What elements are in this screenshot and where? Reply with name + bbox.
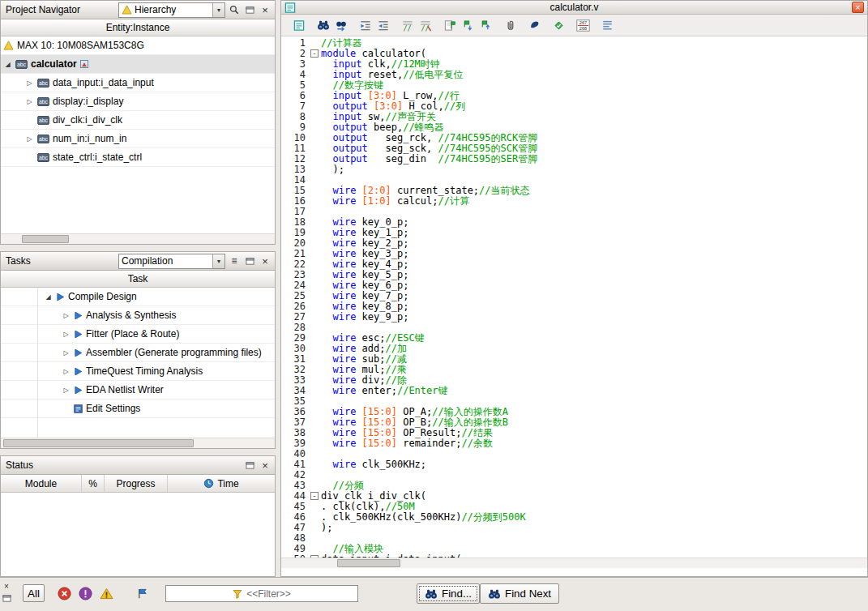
entity-row[interactable]: abcdiv_clk:i_div_clk bbox=[1, 111, 275, 130]
code-line[interactable]: 12 output seg_din //74HC595的SER管脚 bbox=[281, 154, 867, 164]
find-button[interactable]: Find... bbox=[417, 583, 480, 604]
fold-margin bbox=[309, 375, 321, 386]
code-line[interactable]: 27 wire key_9_p; bbox=[281, 312, 867, 323]
expand-arrow-icon[interactable]: ▷ bbox=[25, 98, 34, 105]
code-area[interactable]: 1//计算器2-module calculator(3 input clk,//… bbox=[281, 37, 867, 558]
float-panel-icon[interactable] bbox=[243, 459, 256, 472]
expand-arrow-icon[interactable]: ▷ bbox=[62, 312, 71, 319]
hierarchy-dropdown[interactable]: Hierarchy ▾ bbox=[118, 2, 225, 18]
fold-toggle-icon[interactable]: - bbox=[309, 49, 321, 59]
collapse-arrow-icon[interactable]: ◢ bbox=[3, 61, 12, 68]
entity-row[interactable]: ▷abcdata_input:i_data_input bbox=[1, 74, 275, 92]
previous-bookmark-icon[interactable] bbox=[477, 17, 494, 34]
close-panel-icon[interactable]: × bbox=[259, 3, 272, 16]
message-filter-input[interactable]: <<Filter>> bbox=[165, 585, 358, 602]
task-row[interactable]: ▷EDA Netlist Writer bbox=[1, 381, 275, 400]
hdl-template-icon[interactable] bbox=[291, 17, 307, 34]
line-count-icon[interactable]: 267268 bbox=[575, 17, 591, 34]
chevron-down-icon[interactable]: ▾ bbox=[212, 254, 224, 268]
editor-hscrollbar-thumb[interactable] bbox=[337, 559, 400, 567]
expand-arrow-icon[interactable]: ▷ bbox=[25, 135, 34, 143]
increase-indent-icon[interactable] bbox=[357, 17, 374, 34]
find-next-button[interactable]: Find Next bbox=[480, 583, 559, 604]
code-line[interactable]: 16 wire [1:0] calcul;//计算 bbox=[281, 196, 867, 207]
task-row[interactable]: ▷TimeQuest Timing Analysis bbox=[1, 362, 275, 381]
splitter-tasks-status[interactable] bbox=[0, 449, 276, 455]
task-row[interactable]: Edit Settings bbox=[1, 400, 275, 418]
code-comment: //列 bbox=[444, 100, 465, 112]
flow-dropdown[interactable]: Compilation ▾ bbox=[118, 254, 225, 269]
info-filter-icon[interactable] bbox=[135, 586, 150, 601]
code-line[interactable]: 39 wire [15:0] remainder;//余数 bbox=[281, 438, 867, 449]
all-messages-button[interactable]: All bbox=[23, 584, 45, 602]
entity-instance-column-header[interactable]: Entity:Instance bbox=[1, 19, 275, 36]
entity-row[interactable]: ◢abccalculator bbox=[1, 55, 275, 74]
editor-hscrollbar[interactable] bbox=[281, 558, 867, 568]
code-line-text: wire enter;//Enter键 bbox=[321, 386, 448, 396]
task-row-label: Edit Settings bbox=[86, 403, 140, 414]
close-panel-icon[interactable]: × bbox=[259, 459, 272, 472]
expand-arrow-icon[interactable]: ▷ bbox=[62, 387, 71, 394]
entity-row[interactable]: abcstate_ctrl:i_state_ctrl bbox=[1, 148, 275, 167]
attach-file-icon[interactable] bbox=[502, 17, 518, 34]
close-panel-icon[interactable]: × bbox=[2, 581, 11, 591]
search-icon[interactable] bbox=[228, 3, 241, 16]
find-icon[interactable] bbox=[315, 17, 331, 34]
expand-arrow-icon[interactable]: ▷ bbox=[62, 349, 71, 357]
code-line[interactable]: 41 wire clk_500KHz; bbox=[281, 459, 867, 470]
critical-warning-filter-icon[interactable] bbox=[78, 586, 93, 601]
expand-arrow-icon[interactable]: ▷ bbox=[62, 368, 71, 375]
code-line[interactable]: 34 wire enter;//Enter键 bbox=[281, 386, 867, 396]
find-next-icon[interactable] bbox=[333, 17, 349, 34]
close-document-button[interactable]: × bbox=[852, 2, 864, 13]
warning-filter-icon[interactable] bbox=[99, 586, 114, 601]
task-column-header[interactable]: Task bbox=[1, 271, 275, 288]
decrease-indent-icon[interactable] bbox=[375, 17, 391, 34]
float-panel-icon[interactable] bbox=[243, 3, 256, 16]
code-line[interactable]: 46. clk_500KHz(clk_500KHz)//分频到500K bbox=[281, 512, 867, 523]
expand-arrow-icon[interactable]: ▷ bbox=[25, 79, 34, 87]
tasks-hscrollbar[interactable] bbox=[1, 438, 275, 448]
splitter-pn-tasks[interactable] bbox=[0, 245, 276, 251]
pn-hscrollbar-thumb[interactable] bbox=[22, 235, 69, 243]
status-col-time[interactable]: Time bbox=[168, 475, 275, 492]
code-line[interactable]: 13 ); bbox=[281, 164, 867, 175]
code-keyword: wire bbox=[332, 332, 356, 344]
ink-annotation-icon[interactable] bbox=[526, 17, 542, 34]
wrap-text-icon[interactable] bbox=[599, 17, 615, 34]
tasks-hscrollbar-thumb[interactable] bbox=[3, 439, 194, 447]
task-row[interactable]: ▷Fitter (Place & Route) bbox=[1, 325, 275, 344]
code-keyword: input bbox=[332, 90, 361, 101]
code-line[interactable]: 42 bbox=[281, 470, 867, 481]
status-col-module[interactable]: Module bbox=[1, 475, 82, 492]
chevron-down-icon[interactable]: ▾ bbox=[212, 3, 224, 17]
error-filter-icon[interactable] bbox=[57, 586, 72, 601]
code-line[interactable]: 47); bbox=[281, 523, 867, 533]
code-number: [3:0] bbox=[374, 100, 403, 112]
uncomment-icon[interactable]: // bbox=[417, 17, 434, 34]
menu-icon[interactable]: ≡ bbox=[228, 254, 241, 267]
expand-arrow-icon[interactable]: ▷ bbox=[62, 331, 71, 338]
next-bookmark-icon[interactable] bbox=[460, 17, 476, 34]
fold-toggle-icon[interactable]: - bbox=[309, 491, 321, 502]
status-col-percent[interactable]: % bbox=[82, 475, 105, 492]
task-row[interactable]: ▷Assembler (Generate programming files) bbox=[1, 344, 275, 362]
status-col-progress[interactable]: Progress bbox=[105, 475, 168, 492]
entity-row[interactable]: ▷abcdisplay:i_display bbox=[1, 92, 275, 111]
fold-margin bbox=[309, 143, 321, 154]
task-row[interactable]: ◢Compile Design bbox=[1, 288, 275, 306]
fold-margin bbox=[309, 354, 321, 365]
pn-hscrollbar[interactable] bbox=[1, 233, 275, 244]
entity-row[interactable]: MAX 10: 10M08SAM153C8G bbox=[1, 36, 275, 55]
comment-icon[interactable]: // bbox=[400, 17, 416, 34]
code-number: [1:0] bbox=[362, 195, 391, 207]
float-panel-icon[interactable] bbox=[243, 254, 256, 267]
syntax-check-icon[interactable] bbox=[550, 17, 567, 34]
collapse-arrow-icon[interactable]: ◢ bbox=[44, 293, 53, 301]
task-row[interactable]: ▷Analysis & Synthesis bbox=[1, 306, 275, 325]
entity-row[interactable]: ▷abcnum_in:i_num_in bbox=[1, 130, 275, 148]
float-panel-icon[interactable] bbox=[2, 593, 11, 603]
status-table-body bbox=[1, 493, 275, 576]
close-panel-icon[interactable]: × bbox=[259, 254, 272, 267]
toggle-bookmark-icon[interactable] bbox=[442, 17, 458, 34]
